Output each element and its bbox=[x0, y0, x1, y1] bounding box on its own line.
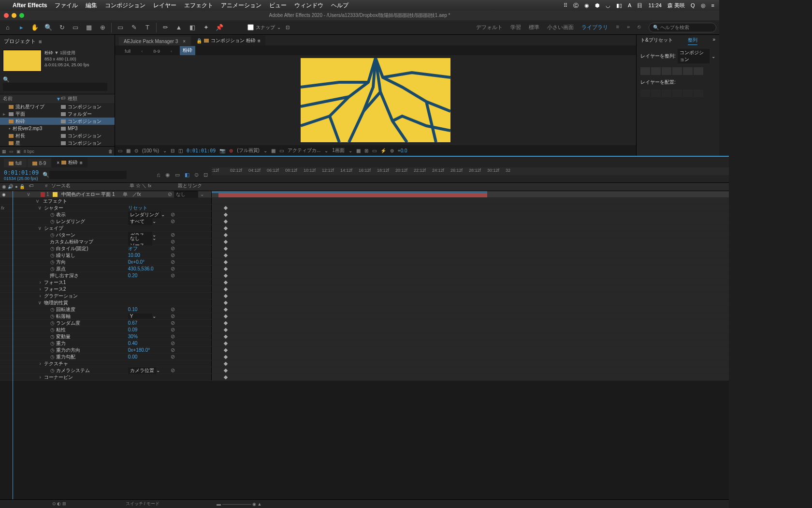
prop-dropdown[interactable]: カメラ位置 bbox=[128, 367, 156, 374]
label-color[interactable] bbox=[41, 192, 45, 197]
tl-tab-active[interactable]: ×粉砕 ≡ bbox=[52, 157, 87, 167]
tl-motion-blur-icon[interactable]: ⊙ bbox=[194, 172, 199, 178]
composition-viewer[interactable] bbox=[301, 58, 450, 142]
property-row[interactable]: ◷ 原点430.5,536.0⊘ bbox=[0, 266, 719, 272]
roto-tool[interactable]: ✦ bbox=[201, 23, 211, 32]
transparency-icon[interactable]: ▦ bbox=[271, 148, 276, 153]
property-row[interactable]: ◷ 粘性0.09⊘ bbox=[0, 327, 719, 333]
playhead[interactable] bbox=[13, 191, 13, 454]
panel-more-icon[interactable]: » bbox=[712, 37, 715, 45]
hand-tool[interactable]: ✋ bbox=[30, 23, 40, 32]
stopwatch-icon[interactable]: ◷ bbox=[50, 232, 55, 238]
property-row[interactable]: ◷ カメラシステムカメラ位置⌄⊘ bbox=[0, 367, 719, 374]
link-icon[interactable]: ⊘ bbox=[171, 252, 175, 258]
col-parent[interactable]: 親とリンク bbox=[178, 183, 224, 191]
rect-tool[interactable]: ▭ bbox=[116, 23, 125, 32]
property-row[interactable]: カスタム粉砕マップなし⌄ ソース⌄⊘ bbox=[0, 239, 719, 245]
tl-comp-icon[interactable]: ⎌ bbox=[157, 172, 160, 178]
grid-icon[interactable]: ⊞ bbox=[364, 148, 368, 153]
effects-group[interactable]: vエフェクト bbox=[0, 198, 719, 205]
home-button[interactable]: ⌂ bbox=[3, 23, 13, 32]
stopwatch-icon[interactable]: ◷ bbox=[50, 246, 55, 251]
menu-file[interactable]: ファイル bbox=[55, 1, 78, 10]
property-row[interactable]: ◷ 重力勾配0.00⊘ bbox=[0, 354, 719, 360]
siri-icon[interactable]: ◎ bbox=[701, 2, 706, 9]
prop-value[interactable]: 30% bbox=[128, 334, 138, 339]
pixel-aspect-icon[interactable]: ▭ bbox=[372, 148, 377, 153]
stopwatch-icon[interactable]: ◷ bbox=[50, 327, 55, 332]
eraser-tool[interactable]: ◧ bbox=[188, 23, 197, 32]
pen-tool[interactable]: ✎ bbox=[129, 23, 139, 32]
snap-dropdown-icon[interactable]: ⌄ bbox=[277, 25, 281, 30]
col-name-header[interactable]: 名前 bbox=[3, 95, 13, 102]
project-row[interactable]: ▸平面フォルダー bbox=[0, 110, 115, 118]
zoom-level[interactable]: (100 %) bbox=[142, 148, 159, 153]
prop-value[interactable]: 0.40 bbox=[128, 341, 137, 346]
property-row[interactable]: ›フォース2 bbox=[0, 286, 719, 293]
prop-value[interactable]: 10.00 bbox=[128, 253, 140, 258]
tl-frame-blend-icon[interactable]: ◧ bbox=[185, 172, 189, 178]
dropbox-icon[interactable]: ⠿ bbox=[564, 2, 567, 9]
time-display[interactable]: 0:01:01:09 bbox=[187, 148, 216, 153]
prop-dropdown[interactable]: なし bbox=[128, 235, 152, 242]
col-switches[interactable]: 单 ☆ ＼ fx bbox=[130, 183, 178, 191]
link-icon[interactable]: ⊘ bbox=[171, 218, 175, 224]
col-num[interactable]: # bbox=[42, 183, 51, 191]
link-icon[interactable]: ⊘ bbox=[171, 313, 175, 319]
tab-composition[interactable]: 🔒コンポジション 粉砕 ≡ bbox=[191, 35, 265, 45]
html5-icon[interactable]: ⬢ bbox=[595, 2, 600, 9]
property-row[interactable]: 押し出す深さ0.20⊘ bbox=[0, 272, 719, 279]
property-row[interactable]: ◷ 回転速度0.10⊘ bbox=[0, 306, 719, 313]
link-icon[interactable]: ⊘ bbox=[171, 239, 175, 245]
type-tool[interactable]: T bbox=[143, 23, 152, 32]
link-icon[interactable]: ⊘ bbox=[171, 367, 175, 374]
project-list[interactable]: 流れ星ワイプコンポジション▸平面フォルダー 粉砕コンポジション ▪村長ver2.… bbox=[0, 103, 115, 146]
crumb-current[interactable]: 粉砕 bbox=[180, 46, 195, 55]
link-icon[interactable]: ⊘ bbox=[171, 333, 175, 340]
camera-dropdown[interactable]: アクティブカ... bbox=[288, 147, 320, 154]
workspace-menu-icon[interactable]: ≡ bbox=[616, 24, 619, 31]
workspace-small[interactable]: 小さい画面 bbox=[547, 24, 574, 31]
stopwatch-icon[interactable]: ◷ bbox=[50, 368, 55, 373]
app-menu[interactable]: After Effects bbox=[13, 2, 47, 9]
align-right-button[interactable] bbox=[662, 67, 671, 75]
prop-dropdown[interactable]: すべて bbox=[128, 218, 152, 225]
property-row[interactable]: ◷ ランダム度0.67⊘ bbox=[0, 320, 719, 327]
workspace-learn[interactable]: 学習 bbox=[510, 24, 521, 31]
stopwatch-icon[interactable]: ◷ bbox=[50, 320, 55, 326]
timeline-timecode[interactable]: 0:01:01:09 bbox=[4, 169, 39, 176]
project-row[interactable]: 星コンポジション bbox=[0, 139, 115, 146]
link-icon[interactable]: ⊘ bbox=[171, 272, 175, 279]
link-icon[interactable]: ⊘ bbox=[171, 245, 175, 252]
align-center-v-button[interactable] bbox=[683, 67, 693, 75]
stopwatch-icon[interactable]: ◷ bbox=[50, 334, 55, 339]
quality-dropdown[interactable]: (フル画質) bbox=[237, 147, 260, 154]
puppet-tool[interactable]: 📌 bbox=[215, 23, 224, 32]
snap-extra-icon[interactable]: ⊡ bbox=[286, 25, 290, 30]
link-icon[interactable]: ⊘ bbox=[171, 354, 175, 360]
new-comp-icon[interactable]: ▣ bbox=[16, 149, 21, 154]
spotlight-icon[interactable]: Q bbox=[691, 2, 695, 8]
menu-window[interactable]: ウィンドウ bbox=[294, 1, 323, 10]
region-icon[interactable]: ◫ bbox=[178, 148, 183, 153]
menu-effect[interactable]: エフェクト bbox=[184, 1, 213, 10]
project-row[interactable]: 流れ星ワイプコンポジション bbox=[0, 103, 115, 110]
timeline-search[interactable] bbox=[49, 171, 127, 179]
stopwatch-icon[interactable]: ◷ bbox=[50, 219, 55, 224]
property-row[interactable]: ›グラデーション bbox=[0, 293, 719, 299]
prop-dropdown[interactable]: レンダリング bbox=[128, 211, 161, 218]
link-icon[interactable]: ⊘ bbox=[171, 259, 175, 265]
viewer-device-icon[interactable]: ▭ bbox=[118, 148, 122, 153]
visibility-toggle[interactable]: ◉ bbox=[2, 192, 6, 197]
menu-animation[interactable]: アニメーション bbox=[221, 1, 261, 10]
crumb-full[interactable]: full bbox=[122, 47, 133, 55]
project-row[interactable]: 村長コンポジション bbox=[0, 132, 115, 139]
align-tab[interactable]: 整列 bbox=[688, 37, 697, 45]
bpc-label[interactable]: 8 bpc bbox=[24, 149, 34, 154]
cc-icon[interactable]: Ⓒ bbox=[573, 2, 579, 9]
tl-tab-8-9[interactable]: 8-9 bbox=[28, 159, 51, 167]
link-icon[interactable]: ⊘ bbox=[171, 232, 175, 238]
prop-value[interactable]: 0x+0.0° bbox=[128, 259, 145, 265]
stopwatch-icon[interactable]: ◷ bbox=[50, 354, 55, 359]
brush-tool[interactable]: ✏ bbox=[160, 23, 170, 32]
